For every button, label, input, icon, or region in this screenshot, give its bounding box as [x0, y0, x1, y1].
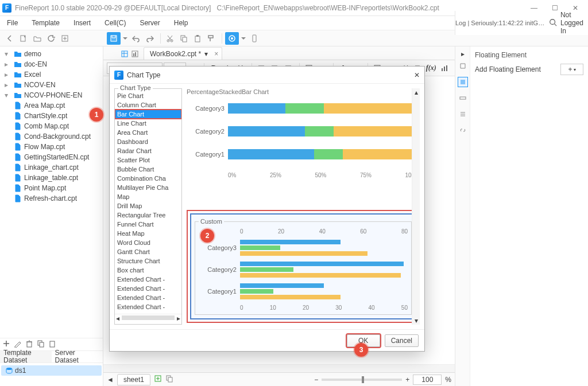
redo-icon[interactable] [144, 32, 156, 45]
chart-type-item[interactable]: Multilayer Pie Cha [115, 183, 181, 192]
cancel-button[interactable]: Cancel [385, 334, 419, 347]
tree-folder[interactable]: ▸doc-EN [0, 59, 103, 69]
function-icon[interactable]: f(x) [425, 62, 436, 75]
dataset-tab-server[interactable]: Server Dataset [52, 351, 103, 362]
copy-icon[interactable] [177, 32, 190, 45]
zoom-value[interactable]: 100 [413, 375, 442, 385]
tree-folder[interactable]: ▸NCOV-EN [0, 80, 103, 90]
ds-delete-icon[interactable] [25, 340, 33, 349]
chart-type-item[interactable]: Drill Map [115, 201, 181, 210]
chart-type-item[interactable]: Column Chart [115, 100, 181, 110]
zoom-in-icon[interactable]: + [405, 376, 409, 384]
sheet-copy-icon[interactable] [165, 375, 173, 384]
chevron-down-icon[interactable]: ▾ [204, 50, 208, 58]
paste-icon[interactable] [191, 32, 204, 45]
new-folder-icon[interactable] [31, 32, 44, 45]
close-icon[interactable]: × [214, 50, 218, 58]
strip-condition-icon[interactable] [458, 109, 468, 119]
chart-type-item[interactable]: Combination Cha [115, 174, 181, 183]
sheet-add-icon[interactable] [154, 375, 162, 384]
refresh-icon[interactable] [45, 32, 57, 45]
search-icon[interactable] [549, 18, 557, 28]
add-floating-button[interactable]: + ▾ [560, 64, 583, 75]
file-tab[interactable]: WorkBook2.cpt * ▾ × [144, 47, 222, 60]
strip-widget-icon[interactable] [458, 93, 468, 103]
chart-type-item[interactable]: Area Chart [115, 128, 181, 137]
navigate-back-icon[interactable] [3, 32, 16, 45]
list-scroll-thumb[interactable] [122, 315, 175, 320]
menu-cell[interactable]: Cell(C) [98, 16, 133, 30]
tree-file[interactable]: Flow Map.cpt [0, 142, 103, 152]
chart-type-item[interactable]: Funnel Chart [115, 220, 181, 229]
ds-paste-icon[interactable] [48, 340, 56, 349]
tree-folder[interactable]: ▾NCOV-PHONE-EN [0, 90, 103, 100]
tree-file[interactable]: Point Map.cpt [0, 183, 103, 193]
phone-preview-icon[interactable] [248, 32, 261, 45]
sheet-tab[interactable]: sheet1 [117, 374, 150, 385]
chart-type-item[interactable]: Extended Chart - [115, 284, 181, 293]
tree-file[interactable]: Cond-Background.cpt [0, 131, 103, 142]
preview-icon[interactable] [225, 32, 239, 45]
collapse-panel-icon[interactable]: ▸ [461, 50, 465, 58]
strip-expand-icon[interactable] [458, 61, 468, 71]
tree-folder[interactable]: ▸Excel [0, 69, 103, 80]
tree-file[interactable]: Linkage_chart.cpt [0, 162, 103, 173]
undo-icon[interactable] [130, 32, 142, 45]
file-tree[interactable]: ▾demo▸doc-EN▸Excel▸NCOV-EN▾NCOV-PHONE-EN… [0, 46, 103, 338]
dialog-close-icon[interactable]: ✕ [414, 71, 420, 79]
menu-insert[interactable]: Insert [67, 16, 98, 30]
tree-file[interactable]: Comb Map.cpt [0, 121, 103, 131]
preview-scrollbar[interactable]: ▴ ▾ [412, 88, 420, 325]
chart-type-item[interactable]: Bubble Chart [115, 165, 181, 174]
ds-edit-icon[interactable] [14, 340, 22, 349]
preview-dropdown-icon[interactable] [240, 32, 247, 45]
format-painter-icon[interactable] [205, 32, 218, 45]
save-icon[interactable] [107, 32, 121, 45]
menu-help[interactable]: Help [167, 16, 195, 30]
tree-file[interactable]: Refresh-chart.cpt [0, 193, 103, 204]
tree-folder[interactable]: ▾demo [0, 49, 103, 59]
chart-type-item[interactable]: Radar Chart [115, 146, 181, 155]
chart-type-item[interactable]: Map [115, 192, 181, 201]
chart-type-item[interactable]: Extended Chart - [115, 275, 181, 284]
login-status[interactable]: Not Logged In [560, 11, 583, 35]
menu-template[interactable]: Template [25, 16, 67, 30]
save-dropdown-icon[interactable] [122, 32, 129, 45]
dataset-item[interactable]: ds1 [1, 365, 102, 376]
chart-type-item[interactable]: Gantt Chart [115, 247, 181, 256]
menu-file[interactable]: File [0, 16, 25, 30]
chart-config-icon[interactable] [439, 62, 450, 75]
chart-type-item[interactable]: Word Cloud [115, 238, 181, 247]
chart-type-item[interactable]: Heat Map [115, 229, 181, 238]
strip-link-icon[interactable] [458, 125, 468, 135]
expand-icon[interactable] [59, 32, 71, 45]
cut-icon[interactable] [164, 32, 176, 45]
new-file-icon[interactable] [17, 32, 30, 45]
list-scroll-left-icon[interactable]: ◂ [116, 314, 119, 322]
tab-template-icon[interactable] [121, 50, 129, 60]
tree-file[interactable]: Linkage_table.cpt [0, 173, 103, 183]
ds-copy-icon[interactable] [37, 340, 45, 349]
strip-float-icon[interactable] [458, 77, 468, 87]
ds-add-icon[interactable] [2, 340, 10, 349]
tree-file[interactable]: GettingStartedEN.cpt [0, 152, 103, 162]
preview-chart-custom[interactable]: 020406080Category3Category2Category10102… [199, 228, 408, 311]
chart-type-item[interactable]: Rectangular Tree [115, 210, 181, 220]
tree-file[interactable]: ChartStyle.cpt [0, 111, 103, 121]
chart-type-item[interactable]: Line Chart [115, 119, 181, 128]
zoom-out-icon[interactable]: − [314, 376, 318, 384]
chart-type-item[interactable]: Extended Chart - [115, 302, 181, 311]
chart-type-item[interactable]: Dashboard [115, 137, 181, 146]
chart-type-item[interactable]: Scatter Plot [115, 155, 181, 165]
menu-server[interactable]: Server [133, 16, 167, 30]
chart-type-item[interactable]: Box chart [115, 266, 181, 275]
sheet-prev-icon[interactable]: ◄ [107, 376, 114, 384]
tree-file[interactable]: Area Map.cpt [0, 100, 103, 111]
list-scroll-right-icon[interactable]: ▸ [177, 314, 180, 322]
chart-type-item[interactable]: Bar Chart [115, 110, 181, 119]
dataset-tab-template[interactable]: Template Dataset [0, 351, 52, 362]
tab-report-icon[interactable] [131, 50, 139, 60]
chart-type-item[interactable]: Structure Chart [115, 256, 181, 266]
chart-type-item[interactable]: Pie Chart [115, 91, 181, 100]
chart-type-item[interactable]: Extended Chart - [115, 293, 181, 302]
